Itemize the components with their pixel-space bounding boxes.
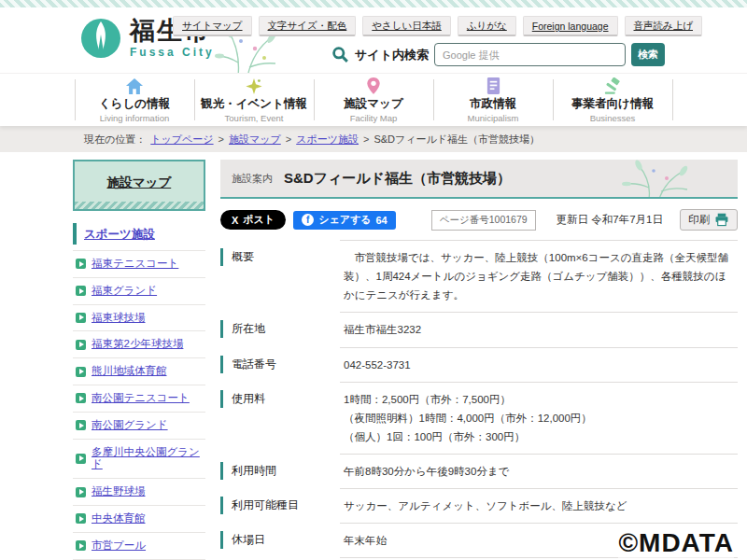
sidebar-item-fussa-baseball[interactable]: 福生野球場 [73, 478, 205, 505]
table-row-fee: 使用料 1時間：2,500円（市外：7,500円） （夜間照明料）1時間：4,0… [220, 382, 738, 454]
arrow-square-icon [76, 393, 86, 403]
sidebar-item-tamagawa-central-park-ground[interactable]: 多摩川中央公園グランド [73, 439, 205, 479]
gavel-icon [603, 77, 622, 95]
arrow-square-icon [76, 340, 86, 350]
content-area: 施設マップ スポーツ施設 福東テニスコート 福東グランド 福東球技場 福東第2少… [0, 152, 747, 560]
table-row-phone: 電話番号 042-552-3731 [220, 347, 738, 382]
font-size-color-button[interactable]: 文字サイズ・配色 [259, 16, 357, 36]
search-label: サイト内検索 [355, 47, 429, 63]
nav-item-municipal[interactable]: 市政情報 Municipalism [434, 74, 553, 126]
nav-item-living[interactable]: くらしの情報 Living information [76, 74, 194, 126]
easy-japanese-button[interactable]: やさしい日本語 [362, 16, 450, 36]
utility-links: サイトマップ 文字サイズ・配色 やさしい日本語 ふりがな Foreign lan… [173, 16, 702, 36]
main-content: 施設案内 S&Dフィールド福生（市営競技場） [205, 152, 747, 560]
nav-item-facility-map[interactable]: 施設マップ Facility Map [315, 74, 433, 126]
arrow-square-icon [76, 487, 86, 497]
printer-icon [714, 213, 729, 227]
breadcrumb: 現在の位置： トップページ > 施設マップ > スポーツ施設 > S&Dフィール… [0, 126, 747, 152]
nav-item-tourism[interactable]: 観光・イベント情報 Tourism, Event [195, 74, 314, 126]
sidebar-title-facility-map[interactable]: 施設マップ [73, 160, 205, 211]
arrow-square-icon [76, 367, 86, 377]
page-title: S&Dフィールド福生（市営競技場） [284, 170, 511, 188]
house-icon [125, 77, 144, 95]
page: 福生市 Fussa City サイトマップ 文字サイズ・配色 [0, 0, 747, 560]
x-post-button[interactable]: X ポスト [220, 210, 286, 230]
sidebar-item-fukuhigashi-ballpark[interactable]: 福東球技場 [73, 304, 205, 331]
sparkle-branch-icon [245, 77, 263, 95]
sidebar: 施設マップ スポーツ施設 福東テニスコート 福東グランド 福東球技場 福東第2少… [73, 152, 205, 560]
share-toolbar: X ポスト f シェアする 64 ページ番号1001679 更新日 令和7年7月… [220, 209, 738, 231]
x-icon: X [232, 215, 238, 226]
arrow-square-icon [76, 513, 86, 524]
sidebar-item-fukuhigashi-ground[interactable]: 福東グランド [73, 277, 205, 304]
furigana-button[interactable]: ふりがな [458, 16, 516, 36]
bamboo-decoration-icon [598, 160, 700, 199]
arrow-square-icon [76, 454, 86, 464]
foreign-language-button[interactable]: Foreign language [523, 16, 618, 36]
nav-divider [672, 79, 673, 120]
search-input[interactable] [434, 43, 626, 66]
sidebar-item-central-gym[interactable]: 中央体育館 [73, 505, 205, 532]
sidebar-item-fukuhigashi-tennis[interactable]: 福東テニスコート [73, 250, 205, 277]
table-row-overview: 概要 市営競技場では、サッカー、陸上競技（100m×6コースの直走路（全天候型舗… [220, 240, 738, 312]
nav-item-business[interactable]: 事業者向け情報 Businesses [554, 74, 672, 126]
breadcrumb-label: 現在の位置： [84, 133, 146, 147]
arrow-square-icon [76, 313, 86, 323]
arrow-square-icon [76, 286, 86, 296]
table-row-available-sports: 利用可能種目 サッカー、アルティメット、ソフトボール、陸上競技など [220, 488, 738, 523]
facebook-share-button[interactable]: f シェアする 64 [293, 211, 396, 230]
facebook-icon: f [302, 214, 314, 226]
search-button[interactable]: 検索 [631, 43, 665, 66]
table-row-address: 所在地 福生市福生3232 [220, 312, 738, 346]
sidebar-item-minami-park-ground[interactable]: 南公園グランド [73, 412, 205, 439]
sidebar-item-city-pool[interactable]: 市営プール [73, 532, 205, 559]
breadcrumb-separator: > [218, 133, 224, 145]
table-row-hours: 利用時間 午前8時30分から午後9時30分まで [220, 454, 738, 488]
site-header: 福生市 Fussa City サイトマップ 文字サイズ・配色 [0, 7, 747, 73]
site-search: サイト内検索 検索 [331, 43, 665, 66]
breadcrumb-link-facility-map[interactable]: 施設マップ [229, 133, 281, 147]
arrow-square-icon [76, 540, 86, 551]
main-navigation: くらしの情報 Living information 観光・イベント情報 Tour… [0, 73, 747, 126]
sidebar-section-sports[interactable]: スポーツ施設 [73, 223, 205, 245]
breadcrumb-separator: > [286, 133, 291, 145]
document-icon [486, 77, 501, 95]
updated-date: 更新日 令和7年7月1日 [557, 213, 663, 227]
page-title-band: 施設案内 S&Dフィールド福生（市営競技場） [220, 160, 738, 199]
text-to-speech-button[interactable]: 音声読み上げ [625, 16, 703, 36]
breadcrumb-separator: > [363, 133, 369, 145]
sitemap-button[interactable]: サイトマップ [173, 16, 251, 36]
sidebar-item-fukuhigashi-2nd-youth[interactable]: 福東第2少年球技場 [73, 330, 205, 357]
sidebar-item-minami-park-tennis[interactable]: 南公園テニスコート [73, 385, 205, 412]
arrow-square-icon [76, 259, 86, 269]
sidebar-hatch-decoration [75, 202, 204, 209]
breadcrumb-link-top[interactable]: トップページ [150, 133, 213, 147]
sidebar-facility-list: 福東テニスコート 福東グランド 福東球技場 福東第2少年球技場 熊川地域体育館 … [73, 250, 205, 560]
print-button[interactable]: 印刷 [680, 209, 738, 231]
breadcrumb-current: S&Dフィールド福生（市営競技場） [374, 133, 540, 147]
arrow-square-icon [76, 420, 86, 430]
map-pin-icon [366, 77, 381, 95]
sidebar-item-kumagawa-gym[interactable]: 熊川地域体育館 [73, 357, 205, 385]
decorative-stripe-band [0, 0, 747, 7]
breadcrumb-link-sports[interactable]: スポーツ施設 [296, 133, 359, 147]
facebook-share-count: 64 [375, 215, 387, 226]
watermark: ©MDATA [618, 528, 734, 558]
facility-info-table: 概要 市営競技場では、サッカー、陸上競技（100m×6コースの直走路（全天候型舗… [220, 240, 738, 560]
fussa-city-logo-icon [79, 17, 122, 60]
search-icon [331, 46, 349, 63]
category-label: 施設案内 [232, 172, 273, 186]
page-number-badge: ページ番号1001679 [431, 210, 536, 231]
